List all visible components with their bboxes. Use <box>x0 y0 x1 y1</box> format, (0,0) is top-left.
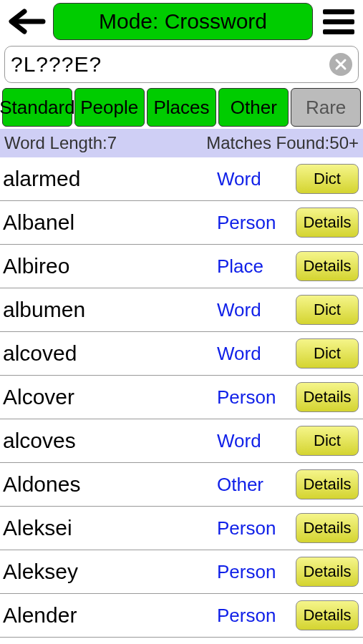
filter-people[interactable]: People <box>74 88 145 127</box>
clear-search-button[interactable] <box>329 53 352 76</box>
result-word: Aleksei <box>3 516 217 540</box>
status-bar: Word Length:7 Matches Found:50+ <box>0 129 363 157</box>
result-row: AldonesOtherDetails <box>0 463 363 507</box>
result-row: AlekseyPersonDetails <box>0 550 363 594</box>
hamburger-icon <box>323 9 354 14</box>
filter-rare[interactable]: Rare <box>291 88 361 127</box>
result-row: AlbanelPersonDetails <box>0 201 363 245</box>
result-word: alarmed <box>3 167 217 191</box>
result-type: Word <box>217 299 296 321</box>
result-type: Place <box>217 255 296 278</box>
filter-places[interactable]: Places <box>147 88 217 127</box>
result-row: AlekseiPersonDetails <box>0 507 363 550</box>
search-container <box>4 46 359 83</box>
details-button[interactable]: Details <box>296 208 359 238</box>
details-button[interactable]: Details <box>296 469 359 499</box>
result-type: Word <box>217 168 296 190</box>
result-row: AlbireoPlaceDetails <box>0 245 363 288</box>
result-row: alcovesWordDict <box>0 419 363 463</box>
result-type: Person <box>217 605 296 627</box>
filter-bar: StandardPeoplePlacesOtherRare <box>0 86 363 129</box>
result-row: albumenWordDict <box>0 288 363 332</box>
back-button[interactable] <box>4 6 47 37</box>
result-row: AlcoverPersonDetails <box>0 376 363 419</box>
details-button[interactable]: Details <box>296 251 359 281</box>
details-button[interactable]: Details <box>296 513 359 543</box>
results-list: alarmedWordDictAlbanelPersonDetailsAlbir… <box>0 157 363 638</box>
result-word: Alender <box>3 603 217 628</box>
result-word: Albanel <box>3 210 217 235</box>
details-button[interactable]: Details <box>296 600 359 630</box>
mode-label: Mode: Crossword <box>99 9 267 34</box>
result-type: Word <box>217 343 296 365</box>
mode-button[interactable]: Mode: Crossword <box>53 3 313 40</box>
result-row: alarmedWordDict <box>0 157 363 201</box>
result-type: Word <box>217 430 296 452</box>
filter-standard[interactable]: Standard <box>2 88 72 127</box>
result-word: Albireo <box>3 254 217 278</box>
result-type: Person <box>217 386 296 409</box>
result-type: Person <box>217 517 296 540</box>
result-word: Alcover <box>3 385 217 409</box>
result-type: Person <box>217 561 296 583</box>
result-row: AlenderPersonDetails <box>0 594 363 638</box>
filter-other[interactable]: Other <box>218 88 289 127</box>
result-type: Other <box>217 474 296 496</box>
matches-found-label: Matches Found:50+ <box>206 133 359 153</box>
result-word: Aleksey <box>3 560 217 584</box>
dict-button[interactable]: Dict <box>296 426 359 456</box>
result-type: Person <box>217 212 296 234</box>
result-word: alcoved <box>3 341 217 366</box>
result-row: alcovedWordDict <box>0 332 363 376</box>
close-icon <box>334 58 347 71</box>
search-input[interactable] <box>11 52 329 77</box>
result-word: albumen <box>3 298 217 322</box>
menu-button[interactable] <box>319 6 359 37</box>
result-word: alcoves <box>3 429 217 453</box>
details-button[interactable]: Details <box>296 557 359 587</box>
word-length-label: Word Length:7 <box>4 133 117 153</box>
result-word: Aldones <box>3 472 217 497</box>
dict-button[interactable]: Dict <box>296 295 359 325</box>
dict-button[interactable]: Dict <box>296 164 359 194</box>
back-arrow-icon <box>6 9 46 34</box>
dict-button[interactable]: Dict <box>296 338 359 369</box>
details-button[interactable]: Details <box>296 382 359 412</box>
